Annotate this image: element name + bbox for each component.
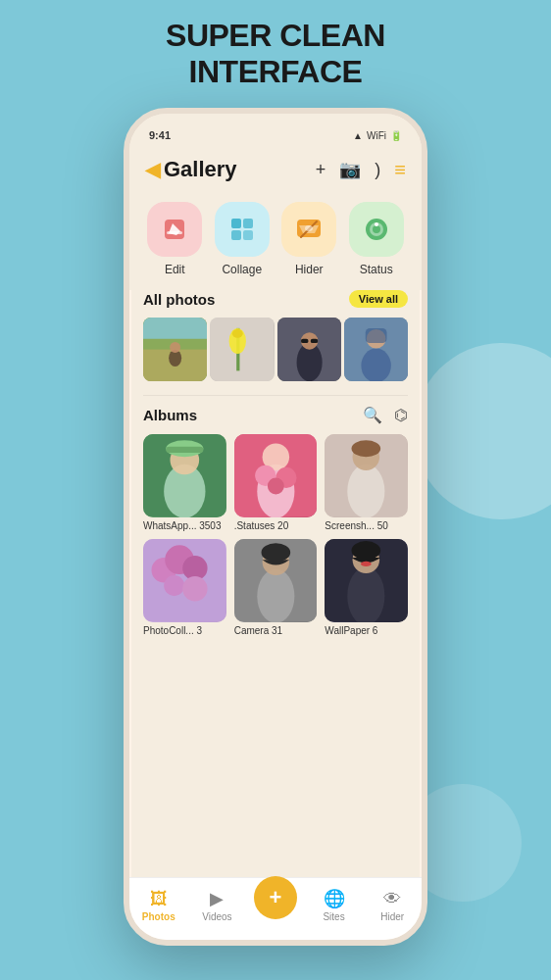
page-title: SUPER CLEANINTERFACE [20, 18, 531, 90]
action-status[interactable]: Status [349, 202, 404, 276]
album-whatsapp[interactable]: WhatsApp... 3503 [143, 434, 226, 531]
nav-hider[interactable]: 👁 Hider [369, 889, 416, 922]
collage-label: Collage [222, 263, 262, 276]
bottom-nav: 🖼 Photos ▶ Videos + 🌐 Sites 👁 Hider [129, 877, 422, 940]
photo-thumb-1[interactable] [143, 318, 207, 381]
page-header: SUPER CLEANINTERFACE [0, 0, 551, 104]
photos-grid [143, 318, 408, 381]
album-screenshots-thumb [325, 434, 408, 517]
svg-point-53 [257, 569, 294, 622]
collage-icon [228, 216, 256, 243]
albums-header: Albums 🔍 ⌬ [129, 406, 422, 424]
menu-icon[interactable]: ≡ [394, 159, 406, 181]
sites-nav-icon: 🌐 [324, 888, 345, 909]
nav-videos[interactable]: ▶ Videos [193, 888, 240, 922]
status-label: Status [360, 263, 393, 276]
svg-point-17 [170, 342, 180, 353]
svg-point-51 [182, 576, 207, 601]
all-photos-section: All photos View all [129, 290, 422, 381]
albums-grid: WhatsApp... 3503 .Statuses 20 [129, 434, 422, 635]
nav-photos[interactable]: 🖼 Photos [135, 889, 182, 922]
quick-actions: Edit Collage H [129, 192, 422, 290]
album-screenshots[interactable]: Screensh... 50 [325, 434, 408, 531]
svg-rect-2 [231, 219, 241, 228]
action-collage[interactable]: Collage [215, 202, 270, 276]
svg-rect-30 [366, 328, 387, 343]
album-wallpaper[interactable]: WallPaper 6 [325, 539, 408, 636]
svg-rect-26 [310, 339, 318, 343]
svg-rect-25 [300, 339, 308, 343]
album-camera[interactable]: Camera 31 [234, 539, 318, 636]
svg-point-11 [373, 225, 380, 233]
svg-point-45 [352, 441, 381, 458]
sites-nav-label: Sites [323, 911, 344, 922]
album-wallpaper-thumb [325, 539, 408, 622]
status-time: 9:41 [149, 129, 171, 141]
album-statuses-label: .Statuses 20 [234, 520, 318, 531]
app-title: Gallery [164, 157, 237, 182]
status-icon-wrap [349, 202, 404, 257]
album-statuses-thumb [234, 434, 318, 517]
phone-frame: 9:41 ▲WiFi🔋 ◀ Gallery + 📷 ) ≡ [124, 108, 427, 946]
search-icon[interactable]: 🔍 [363, 406, 382, 424]
photo-thumb-4[interactable] [344, 318, 408, 381]
edit-icon-wrap [147, 202, 202, 257]
album-camera-label: Camera 31 [234, 625, 318, 636]
svg-point-41 [268, 478, 284, 495]
svg-point-8 [305, 225, 313, 231]
hider-icon-wrap [281, 202, 336, 257]
status-icon [363, 216, 390, 243]
hider-nav-label: Hider [380, 911, 404, 922]
album-whatsapp-label: WhatsApp... 3503 [143, 520, 226, 531]
filter-icon[interactable]: ⌬ [394, 406, 408, 424]
svg-rect-35 [166, 447, 203, 453]
svg-rect-15 [143, 318, 207, 339]
nav-add[interactable]: + [252, 892, 299, 919]
svg-point-59 [352, 541, 381, 560]
camera-icon[interactable]: 📷 [339, 159, 361, 180]
nav-sites[interactable]: 🌐 Sites [311, 888, 358, 922]
hider-nav-icon: 👁 [383, 889, 401, 909]
svg-rect-5 [243, 230, 253, 240]
albums-title: Albums [143, 407, 197, 423]
add-button[interactable]: + [254, 876, 297, 919]
collage-icon-wrap [215, 202, 270, 257]
album-photocoll-thumb [143, 539, 226, 622]
moon-icon[interactable]: ) [375, 160, 380, 180]
svg-point-60 [361, 562, 372, 566]
svg-point-21 [232, 329, 243, 338]
status-icons: ▲WiFi🔋 [353, 130, 402, 141]
add-icon[interactable]: + [316, 160, 326, 180]
svg-rect-4 [231, 230, 241, 240]
svg-rect-1 [167, 231, 182, 234]
hider-icon [295, 216, 323, 243]
app-header: ◀ Gallery + 📷 ) ≡ [129, 149, 422, 192]
photo-thumb-3[interactable] [277, 318, 341, 381]
videos-nav-label: Videos [202, 911, 231, 922]
view-all-button[interactable]: View all [349, 290, 408, 308]
back-arrow-icon[interactable]: ◀ [145, 158, 160, 181]
action-edit[interactable]: Edit [147, 202, 202, 276]
album-wallpaper-label: WallPaper 6 [325, 625, 408, 636]
edit-label: Edit [165, 263, 185, 276]
album-statuses[interactable]: .Statuses 20 [234, 434, 318, 531]
status-bar: 9:41 ▲WiFi🔋 [129, 114, 422, 149]
hider-label: Hider [295, 263, 324, 276]
svg-point-12 [375, 222, 378, 226]
svg-rect-3 [243, 219, 253, 228]
section-divider [143, 395, 408, 396]
photos-nav-icon: 🖼 [150, 889, 168, 909]
svg-point-55 [261, 543, 290, 562]
svg-point-28 [361, 349, 390, 382]
svg-point-43 [348, 465, 385, 517]
svg-point-50 [164, 575, 184, 596]
action-hider[interactable]: Hider [281, 202, 336, 276]
album-whatsapp-thumb [143, 434, 226, 517]
album-photocoll-label: PhotoColl... 3 [143, 625, 226, 636]
album-camera-thumb [234, 539, 318, 622]
edit-icon [161, 216, 188, 243]
videos-nav-icon: ▶ [210, 888, 224, 909]
photo-thumb-2[interactable] [210, 318, 274, 381]
album-photocoll[interactable]: PhotoColl... 3 [143, 539, 226, 636]
album-screenshots-label: Screensh... 50 [325, 520, 408, 531]
